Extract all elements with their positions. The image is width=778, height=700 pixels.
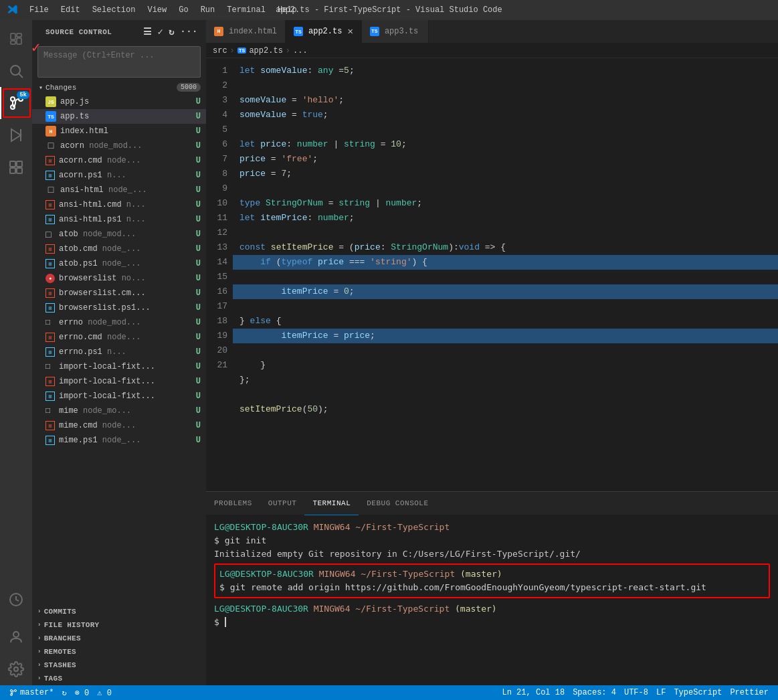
file-item-acorn-cmd[interactable]: ⊠ acorn.cmd node... U bbox=[32, 153, 206, 168]
file-item-browserslist[interactable]: ● browserslist no... U bbox=[32, 271, 206, 286]
file-history-section[interactable]: › FILE HISTORY bbox=[32, 618, 206, 632]
file-name-atob-ps1: atob.ps1 node_... bbox=[59, 259, 196, 268]
more-actions-icon[interactable]: ··· bbox=[179, 25, 199, 39]
file-status-appjs: U bbox=[196, 97, 201, 106]
file-item-atob-ps1[interactable]: ⊠ atob.ps1 node_... U bbox=[32, 256, 206, 271]
tab-output[interactable]: OUTPUT bbox=[260, 492, 305, 515]
menu-terminal[interactable]: Terminal bbox=[221, 4, 271, 16]
error-count: ⊗ 0 bbox=[75, 688, 90, 698]
file-item-appts[interactable]: TS app.ts U bbox=[32, 109, 206, 124]
tab-terminal[interactable]: TERMINAL bbox=[304, 492, 359, 515]
file-status-import-local-3: U bbox=[196, 391, 201, 401]
commits-section[interactable]: › COMMITS bbox=[32, 605, 206, 618]
status-encoding[interactable]: UTF-8 bbox=[620, 688, 652, 697]
file-status-ansi-html: U bbox=[196, 185, 201, 195]
tags-header[interactable]: › TAGS bbox=[32, 672, 206, 685]
file-status-errno-cmd: U bbox=[196, 333, 201, 342]
activity-icon-account[interactable] bbox=[0, 621, 32, 653]
file-name-import-local-1: import-local-fixt... bbox=[59, 362, 196, 371]
menu-selection[interactable]: Selection bbox=[87, 4, 141, 16]
file-item-errno-cmd[interactable]: ⊠ errno.cmd node... U bbox=[32, 330, 206, 345]
breadcrumb-ts-icon: TS bbox=[237, 48, 247, 54]
activity-icon-run[interactable] bbox=[0, 119, 32, 151]
refresh-icon[interactable]: ↻ bbox=[167, 25, 176, 39]
branches-header[interactable]: › BRANCHES bbox=[32, 632, 206, 645]
file-name-atob: atob node_mod... bbox=[59, 230, 196, 239]
status-warnings[interactable]: ⚠ 0 bbox=[93, 685, 116, 700]
commits-label: COMMITS bbox=[44, 608, 76, 616]
commit-message-input[interactable] bbox=[38, 47, 200, 74]
tab-indexhtml[interactable]: H index.html bbox=[206, 20, 286, 43]
svg-point-4 bbox=[11, 66, 20, 75]
file-item-errno-ps1[interactable]: ⊠ errno.ps1 n... U bbox=[32, 345, 206, 359]
file-item-acorn[interactable]: □ acorn node_mod... U bbox=[32, 139, 206, 153]
tab-debug-console[interactable]: DEBUG CONSOLE bbox=[359, 492, 436, 515]
activity-icon-source-control[interactable]: 5k bbox=[0, 87, 32, 119]
status-spaces[interactable]: Spaces: 4 bbox=[569, 688, 620, 697]
titlebar-menu[interactable]: File Edit Selection View Go Run Terminal… bbox=[24, 4, 302, 16]
file-item-errno[interactable]: □ errno node_mod... U bbox=[32, 315, 206, 330]
plain-file-icon: □ bbox=[45, 141, 56, 151]
list-view-icon[interactable]: ☰ bbox=[142, 25, 154, 39]
status-ln-col[interactable]: Ln 21, Col 18 bbox=[498, 688, 569, 697]
file-item-appjs[interactable]: JS app.js U bbox=[32, 94, 206, 109]
file-item-mime-ps1[interactable]: ⊠ mime.ps1 node_... U bbox=[32, 433, 206, 448]
menu-go[interactable]: Go bbox=[173, 4, 193, 16]
sync-icon: ↻ bbox=[62, 688, 66, 698]
svg-rect-13 bbox=[17, 161, 22, 167]
file-item-mime[interactable]: □ mime node_mo... U bbox=[32, 404, 206, 418]
terminal-line-5: $ git remote add origin https://github.c… bbox=[219, 581, 765, 594]
activity-icon-settings[interactable] bbox=[0, 653, 32, 685]
file-name-import-local-2: import-local-fixt... bbox=[59, 377, 196, 386]
stashes-header[interactable]: › STASHES bbox=[32, 659, 206, 672]
tab-close-icon[interactable]: ✕ bbox=[347, 27, 353, 36]
stashes-section[interactable]: › STASHES bbox=[32, 659, 206, 672]
changes-section-header[interactable]: ▾ Changes 5000 bbox=[32, 80, 206, 94]
file-item-import-local-3[interactable]: ⊠ import-local-fixt... U bbox=[32, 389, 206, 404]
commits-header[interactable]: › COMMITS bbox=[32, 605, 206, 618]
file-item-mime-cmd[interactable]: ⊠ mime.cmd node... U bbox=[32, 418, 206, 433]
svg-rect-1 bbox=[17, 33, 21, 37]
terminal-content[interactable]: LG@DESKTOP-8AUC30R MINGW64 ~/First-TypeS… bbox=[206, 515, 778, 685]
tags-section[interactable]: › TAGS bbox=[32, 672, 206, 685]
window-title: app2.ts - First-TypeScript - Visual Stud… bbox=[276, 5, 502, 15]
file-name-errno-ps1: errno.ps1 n... bbox=[59, 347, 196, 357]
code-content[interactable]: let someValue: any =5; someValue = 'hell… bbox=[233, 58, 778, 491]
remotes-header[interactable]: › REMOTES bbox=[32, 645, 206, 659]
file-item-ansi-html-cmd[interactable]: ⊠ ansi-html.cmd n... U bbox=[32, 197, 206, 212]
activity-icon-timeline[interactable] bbox=[0, 584, 32, 616]
remotes-section[interactable]: › REMOTES bbox=[32, 645, 206, 659]
file-item-atob-cmd[interactable]: ⊠ atob.cmd node_... U bbox=[32, 242, 206, 256]
activity-icon-explorer[interactable] bbox=[0, 23, 32, 55]
file-item-ansi-html-ps1[interactable]: ⊠ ansi-html.ps1 n... U bbox=[32, 212, 206, 227]
ts-tab-icon-active: TS bbox=[294, 27, 303, 36]
file-item-browserslist-ps1[interactable]: ⊠ browserslist.ps1... U bbox=[32, 300, 206, 315]
activity-icon-extensions[interactable] bbox=[0, 151, 32, 183]
file-item-ansi-html[interactable]: □ ansi-html node_... U bbox=[32, 183, 206, 197]
check-icon[interactable]: ✓ bbox=[156, 25, 165, 39]
status-eol[interactable]: LF bbox=[652, 688, 670, 697]
activity-icon-search[interactable] bbox=[0, 55, 32, 87]
file-item-import-local-2[interactable]: ⊠ import-local-fixt... U bbox=[32, 374, 206, 389]
menu-edit[interactable]: Edit bbox=[56, 4, 86, 16]
file-item-indexhtml[interactable]: H index.html U bbox=[32, 124, 206, 139]
file-item-atob[interactable]: □ atob node_mod... U bbox=[32, 227, 206, 242]
menu-run[interactable]: Run bbox=[195, 4, 221, 16]
menu-file[interactable]: File bbox=[24, 4, 54, 16]
status-branch[interactable]: master* bbox=[5, 685, 58, 700]
file-status-acorn-cmd: U bbox=[196, 156, 201, 165]
status-language[interactable]: TypeScript bbox=[670, 688, 726, 697]
status-formatter[interactable]: Prettier bbox=[726, 688, 773, 697]
status-sync[interactable]: ↻ bbox=[58, 685, 70, 700]
status-right: Ln 21, Col 18 Spaces: 4 UTF-8 LF TypeScr… bbox=[498, 688, 773, 697]
tab-app3ts[interactable]: TS app3.ts bbox=[362, 20, 429, 43]
branches-section[interactable]: › BRANCHES bbox=[32, 632, 206, 645]
file-item-import-local-1[interactable]: □ import-local-fixt... U bbox=[32, 359, 206, 374]
file-item-acorn-ps1[interactable]: ⊠ acorn.ps1 n... U bbox=[32, 168, 206, 183]
tab-problems[interactable]: PROBLEMS bbox=[206, 492, 260, 515]
file-history-header[interactable]: › FILE HISTORY bbox=[32, 618, 206, 632]
tab-app2ts[interactable]: TS app2.ts ✕ bbox=[286, 20, 362, 43]
menu-view[interactable]: View bbox=[142, 4, 172, 16]
file-item-browserslist-cmd[interactable]: ⊠ browserslist.cm... U bbox=[32, 286, 206, 300]
status-errors[interactable]: ⊗ 0 bbox=[71, 685, 94, 700]
